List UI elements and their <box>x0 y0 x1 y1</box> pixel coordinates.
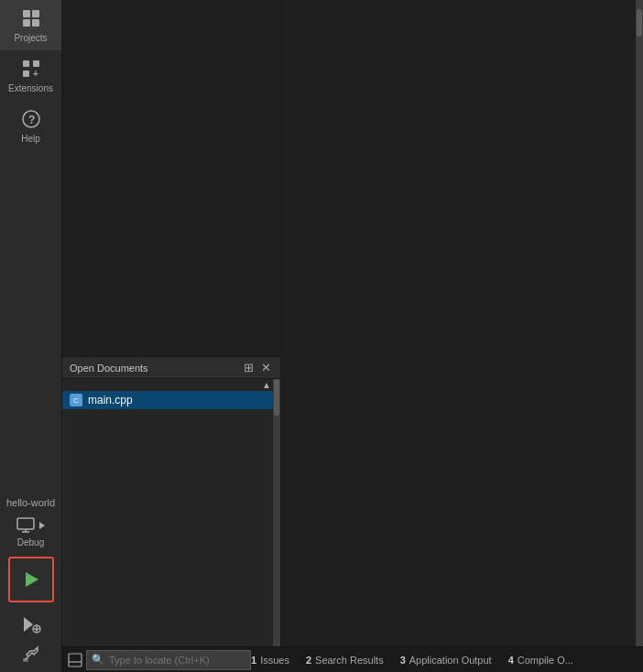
tab-label-compile-output: Compile O... <box>518 655 573 666</box>
scroll-up-arrow[interactable]: ▲ <box>262 380 271 390</box>
debug-section: Debug <box>0 514 61 549</box>
status-bar: 🔍 1 Issues 2 Search Results 3 Applicatio… <box>62 646 643 672</box>
content-split: Open Documents ⊞ ✕ ▲ C <box>62 0 643 646</box>
status-tab-application-output[interactable]: 3 Application Output <box>393 647 499 672</box>
extensions-icon: + <box>20 58 42 80</box>
panel-toggle-button[interactable] <box>66 651 84 669</box>
editor-scrollbar[interactable] <box>636 0 643 646</box>
chevron-right-icon <box>38 521 47 530</box>
tab-num-2: 2 <box>306 655 311 666</box>
panel-header-actions: ⊞ ✕ <box>242 361 273 374</box>
tab-label-application-output: Application Output <box>409 655 492 666</box>
tab-label-issues: Issues <box>260 655 289 666</box>
svg-rect-6 <box>23 70 29 77</box>
open-documents-title: Open Documents <box>70 363 148 374</box>
editor-scrollbar-thumb <box>637 9 642 37</box>
file-item-main-cpp[interactable]: C main.cpp <box>62 391 273 409</box>
play-icon <box>22 570 40 589</box>
sidebar-item-help[interactable]: ? Help <box>0 101 61 151</box>
tab-num-3: 3 <box>400 655 406 666</box>
help-label: Help <box>21 134 40 144</box>
help-icon: ? <box>20 108 42 130</box>
project-name-label: hello-world <box>6 497 55 508</box>
search-input[interactable] <box>86 650 251 670</box>
editor-empty-top <box>62 0 280 357</box>
debug-label: Debug <box>17 537 44 547</box>
editor-main[interactable] <box>280 0 643 646</box>
monitor-icon <box>16 515 36 536</box>
sidebar-item-projects[interactable]: Projects <box>0 0 61 50</box>
svg-rect-3 <box>32 19 39 27</box>
status-tab-compile-output[interactable]: 4 Compile O... <box>501 647 581 672</box>
file-name-main-cpp: main.cpp <box>88 394 133 406</box>
svg-rect-10 <box>17 518 34 529</box>
svg-rect-4 <box>23 60 29 67</box>
status-tab-search-results[interactable]: 2 Search Results <box>299 647 391 672</box>
scroll-up-area: ▲ <box>62 379 273 391</box>
svg-text:+: + <box>33 69 38 79</box>
open-documents-panel: Open Documents ⊞ ✕ ▲ C <box>62 357 280 646</box>
files-scrollbar-thumb <box>274 379 279 416</box>
svg-rect-20 <box>69 654 82 667</box>
build-icon <box>20 643 42 665</box>
sidebar-item-build[interactable] <box>0 639 61 668</box>
svg-text:?: ? <box>28 114 35 126</box>
svg-rect-2 <box>23 19 30 27</box>
svg-rect-19 <box>23 658 28 662</box>
extensions-label: Extensions <box>8 83 53 93</box>
layout-icon <box>68 653 82 667</box>
tab-num-1: 1 <box>251 655 256 666</box>
svg-marker-13 <box>39 522 45 529</box>
open-documents-header: Open Documents ⊞ ✕ <box>62 357 280 379</box>
main-area: Open Documents ⊞ ✕ ▲ C <box>62 0 643 672</box>
files-list: ▲ C main.cpp <box>62 379 273 646</box>
projects-label: Projects <box>14 33 47 43</box>
tab-label-search-results: Search Results <box>315 655 384 666</box>
svg-rect-0 <box>23 10 30 17</box>
debug-icon-row[interactable] <box>16 515 47 536</box>
debug-run-icon <box>20 613 42 635</box>
left-panel: Open Documents ⊞ ✕ ▲ C <box>62 0 280 646</box>
file-icon-cpp: C <box>70 394 82 406</box>
search-wrapper: 🔍 <box>86 650 242 670</box>
tab-num-4: 4 <box>508 655 514 666</box>
svg-marker-15 <box>24 617 33 632</box>
svg-rect-1 <box>32 10 39 17</box>
projects-icon <box>20 7 42 29</box>
files-scroll-area: ▲ C main.cpp <box>62 379 280 646</box>
hello-world-section: hello-world <box>6 490 55 514</box>
run-button-container <box>0 549 61 610</box>
panel-close-icon[interactable]: ✕ <box>259 361 273 374</box>
sidebar-item-extensions[interactable]: + Extensions <box>0 50 61 101</box>
files-scrollbar[interactable] <box>273 379 280 646</box>
svg-rect-5 <box>33 60 39 67</box>
sidebar-item-debug-run[interactable] <box>0 610 61 639</box>
sidebar: Projects + Extensions ? Help hello-world <box>0 0 62 672</box>
panel-split-icon[interactable]: ⊞ <box>242 361 256 374</box>
status-tab-issues[interactable]: 1 Issues <box>244 647 297 672</box>
run-button[interactable] <box>8 557 54 602</box>
svg-marker-14 <box>26 572 38 587</box>
